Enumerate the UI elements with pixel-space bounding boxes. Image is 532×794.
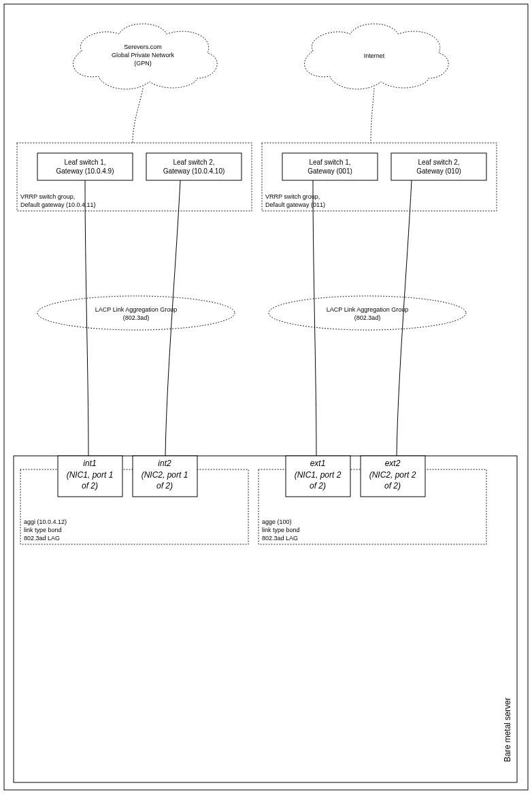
int2-name: int2 [158,459,171,468]
link-ext2 [397,180,412,456]
vrrp-right-line2: Default gateway (011) [265,201,325,208]
leaf-switch-1-right: Leaf switch 1, Gateway (001) [282,153,378,180]
vrrp-group-right: VRRP switch group, Default gateway (011)… [262,143,497,211]
link-int1 [85,180,88,456]
int1-name: int1 [83,459,96,468]
ls2r-l1: Leaf switch 2, [418,159,459,166]
cloud-gpn-line3: (GPN) [134,60,152,67]
agge-l2: link type bond [262,527,300,533]
ext2-d2: of 2) [384,481,401,491]
outer-frame [4,4,528,790]
diagram-canvas: Serevers.com Global Private Network (GPN… [0,0,532,794]
cloud-gpn-line1: Serevers.com [124,44,162,50]
svg-point-7 [269,296,466,330]
cloud-internet: Internet [305,24,449,89]
agge-l3: 802.3ad LAG [262,535,298,542]
ext2-d1: (NIC2, port 2 [369,470,416,480]
ls2l-l2: Gateway (10.0.4.10) [163,167,225,175]
ext1-name: ext1 [310,459,326,468]
vrrp-group-left: VRRP switch group, Default gateway (10.0… [17,143,252,211]
int2-d1: (NIC2, port 1 [142,470,188,480]
lacp-l-l1: LACP Link Aggregation Group [95,306,177,313]
ext2-name: ext2 [385,459,401,468]
nic-int2: int2 (NIC2, port 1 of 2) [133,456,197,497]
bare-metal-server [14,456,517,782]
ls1r-l2: Gateway (001) [307,167,352,175]
int1-d1: (NIC1, port 1 [67,470,114,480]
ext1-d1: (NIC1, port 2 [295,470,342,480]
vrrp-left-line2: Default gateway (10.0.4.11) [20,201,96,208]
aggi-l1: aggi (10.0.4.12) [24,518,67,525]
int1-d2: of 2) [82,481,98,491]
lacp-left: LACP Link Aggregation Group (802.3ad) [37,296,235,330]
ls1l-l1: Leaf switch 1, [64,159,105,166]
lacp-right: LACP Link Aggregation Group (802.3ad) [269,296,466,330]
vrrp-right-line1: VRRP switch group, [265,193,320,200]
aggi-l3: 802.3ad LAG [24,535,60,542]
server-label: Bare metal server [503,697,512,762]
svg-point-6 [37,296,235,330]
agge-l1: agge (100) [262,518,292,525]
svg-rect-5 [391,153,486,180]
int2-d2: of 2) [156,481,173,491]
nic-int1: int1 (NIC1, port 1 of 2) [58,456,122,497]
leaf-switch-1-left: Leaf switch 1, Gateway (10.0.4.9) [37,153,133,180]
cloud-gpn-line2: Global Private Network [112,52,175,59]
ls2r-l2: Gateway (010) [416,167,461,175]
leaf-switch-2-right: Leaf switch 2, Gateway (010) [391,153,486,180]
ls2l-l1: Leaf switch 2, [173,159,214,166]
cloud-gpn: Serevers.com Global Private Network (GPN… [73,24,218,89]
ls1r-l1: Leaf switch 1, [309,159,350,166]
tail-left [133,88,143,143]
tail-right [371,88,374,143]
lacp-r-l1: LACP Link Aggregation Group [327,306,408,313]
cloud-internet-line1: Internet [364,52,385,59]
ls1l-l2: Gateway (10.0.4.9) [56,167,114,175]
link-int2 [165,180,180,456]
link-ext1 [313,180,316,456]
aggi-l2: link type bond [24,527,62,533]
vrrp-left-line1: VRRP switch group, [20,193,75,200]
ext1-d2: of 2) [310,481,326,491]
leaf-switch-2-left: Leaf switch 2, Gateway (10.0.4.10) [146,153,242,180]
lacp-l-l2: (802.3ad) [123,314,150,321]
lacp-r-l2: (802.3ad) [354,314,381,321]
svg-rect-2 [146,153,242,180]
svg-rect-4 [282,153,378,180]
nic-ext2: ext2 (NIC2, port 2 of 2) [361,456,425,497]
svg-rect-1 [37,153,133,180]
nic-ext1: ext1 (NIC1, port 2 of 2) [286,456,350,497]
